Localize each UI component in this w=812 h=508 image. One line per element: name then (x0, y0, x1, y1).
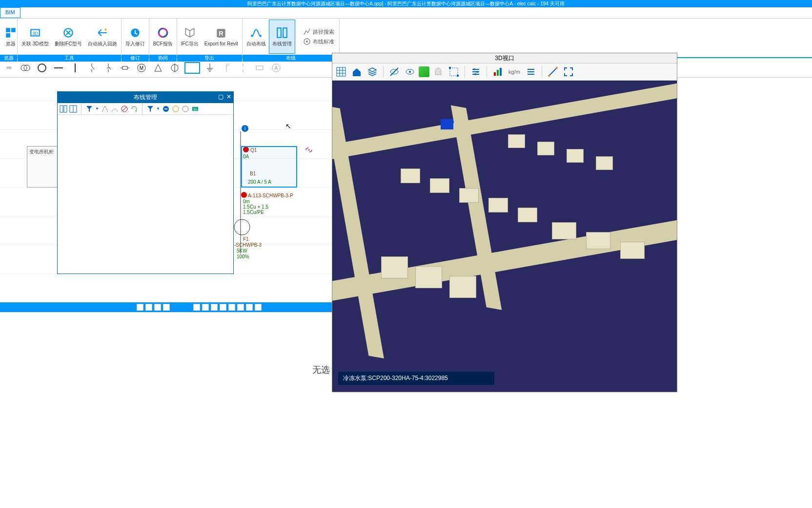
svg-rect-29 (122, 66, 127, 69)
hide-icon[interactable] (387, 65, 401, 79)
route-standard-button[interactable]: 布线标准 (299, 37, 338, 46)
svg-line-57 (122, 107, 126, 111)
layers-icon[interactable] (365, 65, 379, 79)
cable-pe: 1.5Cu/PE (243, 209, 264, 215)
sb-tool-2[interactable] (145, 304, 152, 311)
ifc-export-button[interactable]: IFC导出 (178, 20, 202, 54)
svg-rect-74 (449, 67, 451, 69)
svg-point-12 (251, 35, 253, 37)
symbol-ct[interactable] (168, 61, 182, 75)
info-icon[interactable]: i (242, 125, 248, 132)
svg-text:M: M (140, 65, 143, 71)
sb-tool-3[interactable] (154, 304, 161, 311)
svg-rect-82 (494, 72, 496, 76)
symbol-source[interactable]: ⎓ (2, 61, 16, 75)
sb-view-1[interactable] (193, 304, 200, 311)
sb-view-7[interactable] (246, 304, 253, 311)
status-icon[interactable] (172, 105, 180, 113)
svg-point-51 (234, 219, 250, 235)
selection-box (241, 146, 297, 188)
selected-3d-object[interactable] (441, 119, 453, 129)
view3d-icon[interactable]: 3D (191, 105, 199, 113)
layout-icon[interactable] (60, 105, 67, 113)
fit-icon[interactable] (562, 65, 575, 79)
sb-view-8[interactable] (255, 304, 262, 311)
remove-icon[interactable] (162, 105, 170, 113)
symbol-delta[interactable] (151, 61, 165, 75)
select-box-icon[interactable] (447, 65, 461, 79)
filter2-dropdown-icon[interactable]: ▼ (156, 106, 160, 111)
sb-view-4[interactable] (220, 304, 226, 311)
status2-icon[interactable] (182, 105, 189, 113)
symbol-ground[interactable] (203, 61, 217, 75)
filter-dropdown-icon[interactable]: ▼ (95, 106, 99, 111)
svg-point-72 (409, 71, 411, 73)
svg-rect-44 (256, 66, 263, 70)
solid-icon[interactable] (419, 66, 429, 77)
error-icon[interactable] (241, 192, 247, 198)
show-icon[interactable] (403, 65, 417, 79)
symbol-box[interactable] (253, 61, 266, 75)
svg-rect-0 (6, 28, 10, 32)
symbol-breaker[interactable] (102, 61, 115, 75)
symbol-panel[interactable] (184, 62, 200, 74)
sb-view-2[interactable] (202, 304, 209, 311)
list-icon[interactable] (524, 65, 538, 79)
path-a-icon[interactable] (101, 105, 109, 113)
measure-icon[interactable] (546, 65, 560, 79)
ribbon: 览器 览器 3D关联 3D模型 删除IFC型号 自动插入回路 工具 导入修订 修… (0, 19, 812, 58)
maximize-icon[interactable]: ▢ (218, 93, 223, 100)
sb-view-3[interactable] (211, 304, 218, 311)
svg-rect-15 (283, 28, 287, 38)
link-icon (305, 146, 313, 154)
auto-route-button[interactable]: 自动布线 (244, 20, 269, 54)
symbol-switch[interactable] (85, 61, 99, 75)
symbol-motor[interactable]: M (135, 61, 148, 75)
symbol-ammeter[interactable]: A (269, 61, 283, 75)
symbol-junction[interactable] (220, 61, 233, 75)
symbol-generator[interactable] (35, 61, 49, 75)
routing-management-panel[interactable]: 布线管理 ▢ ✕ ▼ ▼ 3D (57, 91, 234, 274)
window-title-bar: 阿里巴巴广东云计算数据中心河源源城区项目—数据中心A.qsp] - 阿里巴巴广东… (0, 0, 812, 7)
symbol-busbar[interactable] (52, 61, 65, 75)
link-3d-model-button[interactable]: 3D关联 3D模型 (19, 20, 52, 54)
sb-tool-4[interactable] (163, 304, 170, 311)
home-icon[interactable] (350, 65, 364, 79)
route-management-button[interactable]: 布线管理 (269, 20, 295, 54)
sb-view-5[interactable] (228, 304, 235, 311)
path-search-button[interactable]: 路径搜索 (299, 27, 338, 37)
cancel-icon[interactable] (121, 105, 128, 113)
column-icon[interactable] (69, 105, 77, 113)
grid-icon[interactable] (334, 65, 348, 79)
filter-icon[interactable] (85, 105, 93, 113)
window-title: 阿里巴巴广东云计算数据中心河源源城区项目—数据中心A.qsp] - 阿里巴巴广东… (247, 1, 565, 6)
panel-box[interactable]: 变电所机柜 (27, 146, 59, 188)
chart-icon[interactable] (491, 65, 505, 79)
sb-tool-1[interactable] (137, 304, 143, 311)
sb-view-6[interactable] (237, 304, 244, 311)
symbol-transformer[interactable] (19, 61, 32, 75)
symbol-line[interactable] (68, 61, 82, 75)
delete-ifc-button[interactable]: 删除IFC型号 (52, 20, 85, 54)
tab-bim[interactable]: BIM (0, 7, 20, 18)
panel-content[interactable] (58, 115, 233, 274)
refresh-icon[interactable] (130, 105, 138, 113)
path-b-icon[interactable] (111, 105, 119, 113)
svg-rect-52 (60, 106, 63, 112)
viewport-canvas[interactable]: 冷冻水泵:SCP200-320HA-75-4:3022985 (332, 81, 677, 392)
svg-rect-73 (450, 68, 458, 76)
import-revision-button[interactable]: 导入修订 (122, 20, 148, 54)
svg-point-17 (306, 41, 308, 42)
panel-toolbar: ▼ ▼ 3D (58, 103, 233, 115)
bcf-report-button[interactable]: BCF报告 (150, 20, 176, 54)
filter2-icon[interactable] (146, 105, 154, 113)
symbol-disconnector[interactable] (118, 61, 132, 75)
panel-title-bar[interactable]: 布线管理 ▢ ✕ (58, 92, 233, 103)
close-icon[interactable]: ✕ (226, 93, 231, 100)
symbol-contact[interactable] (236, 61, 250, 75)
settings-icon[interactable] (469, 65, 483, 79)
auto-insert-loop-button[interactable]: 自动插入回路 (85, 20, 120, 54)
ghost-icon[interactable] (431, 65, 445, 79)
svg-line-88 (549, 68, 557, 76)
export-revit-button[interactable]: RExport for Revit (202, 20, 241, 54)
